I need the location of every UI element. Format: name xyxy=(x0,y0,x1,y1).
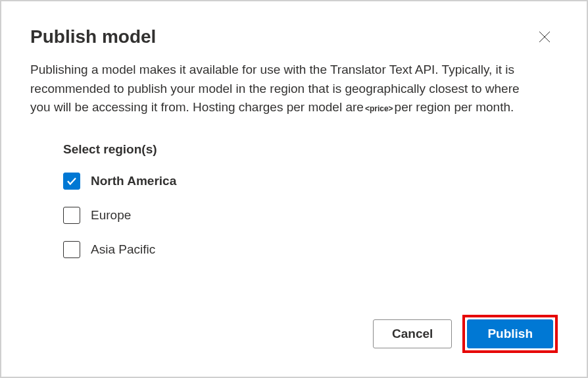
dialog-title: Publish model xyxy=(30,26,156,47)
region-option-asia-pacific[interactable]: Asia Pacific xyxy=(63,241,558,258)
dialog-description: Publishing a model makes it available fo… xyxy=(30,61,537,117)
dialog-header: Publish model xyxy=(30,26,558,47)
checkbox-north-america[interactable] xyxy=(63,173,80,190)
region-label: Select region(s) xyxy=(63,142,558,157)
price-placeholder: <price> xyxy=(364,104,395,113)
region-option-north-america[interactable]: North America xyxy=(63,173,558,190)
checkbox-europe[interactable] xyxy=(63,207,80,224)
publish-button[interactable]: Publish xyxy=(467,319,553,348)
checkmark-icon xyxy=(66,175,78,187)
publish-button-highlight: Publish xyxy=(462,315,558,353)
publish-model-dialog: Publish model Publishing a model makes i… xyxy=(0,0,588,378)
description-text-post: per region per month. xyxy=(395,100,514,114)
region-option-label: North America xyxy=(91,174,176,188)
dialog-actions: Cancel Publish xyxy=(373,315,558,353)
region-option-label: Asia Pacific xyxy=(91,242,155,257)
region-option-europe[interactable]: Europe xyxy=(63,207,558,224)
close-icon[interactable] xyxy=(538,30,551,43)
region-option-label: Europe xyxy=(91,208,131,223)
cancel-button[interactable]: Cancel xyxy=(373,319,452,348)
checkbox-asia-pacific[interactable] xyxy=(63,241,80,258)
region-section: Select region(s) North America Europe As… xyxy=(63,142,558,258)
